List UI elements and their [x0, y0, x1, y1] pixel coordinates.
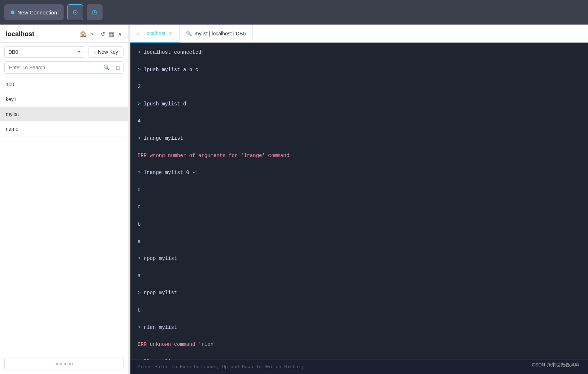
- icon-btn-1-symbol: ⊙: [73, 8, 78, 16]
- terminal-line: b: [138, 306, 581, 315]
- terminal-line: localhost connected!: [138, 48, 581, 57]
- terminal-area[interactable]: localhost connected!lpush mylist a b c3l…: [130, 43, 588, 360]
- collapse-icon[interactable]: ∧: [118, 31, 122, 38]
- refresh-icon[interactable]: ↺: [100, 31, 105, 38]
- new-key-button[interactable]: + New Key: [88, 46, 124, 58]
- watermark: CSDN @来世做春风嘛: [532, 362, 579, 368]
- search-bar: 🔍 □: [0, 61, 128, 77]
- tab-icon-mylist: 🔍: [186, 31, 192, 36]
- load-more-button[interactable]: load more: [4, 357, 124, 370]
- connection-dot: [11, 10, 14, 14]
- tab-label-localhost: localhost: [146, 30, 165, 36]
- icon-btn-2-symbol: ◷: [92, 8, 98, 16]
- terminal-line: 3: [138, 83, 581, 91]
- search-divider: [113, 65, 113, 70]
- terminal-line: b: [138, 220, 581, 229]
- icon-btn-2[interactable]: ◷: [87, 4, 103, 20]
- search-magnifier-icon[interactable]: 🔍: [102, 64, 112, 71]
- key-item-key1[interactable]: key1: [0, 92, 128, 107]
- terminal-line: ERR unknown command 'rlen': [138, 340, 581, 349]
- terminal-input-bar: Press Enter To Exec Commands, Up and Dow…: [130, 360, 588, 374]
- new-connection-button[interactable]: New Connection: [4, 4, 64, 20]
- tab-label-mylist: mylist | localhost | DB0: [195, 31, 246, 36]
- terminal-line: a: [138, 238, 581, 246]
- icon-btn-1[interactable]: ⊙: [67, 4, 83, 20]
- top-bar: New Connection ⊙ ◷: [0, 0, 588, 25]
- new-connection-label: New Connection: [17, 9, 57, 16]
- terminal-line: lrange mylist: [138, 134, 581, 143]
- search-filter-icon[interactable]: □: [115, 64, 121, 71]
- sidebar: localhost 🏠 >_ ↺ ▦ ∧ DB0 DB1 DB2 DB3 + N…: [0, 25, 128, 374]
- key-item-100[interactable]: 100: [0, 77, 128, 92]
- db-select[interactable]: DB0 DB1 DB2 DB3: [4, 46, 85, 58]
- sidebar-hostname: localhost: [6, 30, 34, 38]
- search-input-wrapper: 🔍 □: [4, 61, 124, 74]
- terminal-line: 4: [138, 117, 581, 126]
- main-layout: localhost 🏠 >_ ↺ ▦ ∧ DB0 DB1 DB2 DB3 + N…: [0, 25, 588, 374]
- terminal-line: rpop mylist: [138, 255, 581, 263]
- terminal-line: lpush mylist d: [138, 100, 581, 109]
- key-item-mylist[interactable]: mylist: [0, 107, 128, 122]
- key-item-name[interactable]: name: [0, 122, 128, 136]
- tab-close-localhost[interactable]: ×: [168, 31, 173, 36]
- terminal-line: d: [138, 186, 581, 195]
- right-panel: >_localhost×🔍mylist | localhost | DB0 lo…: [130, 25, 588, 374]
- terminal-line: rpop mylist: [138, 289, 581, 297]
- load-more-label: load more: [53, 361, 74, 366]
- search-input[interactable]: [5, 62, 102, 73]
- tab-icon-localhost: >_: [137, 31, 143, 36]
- terminal-input-hint: Press Enter To Exec Commands, Up and Dow…: [138, 364, 304, 370]
- terminal-line: ERR wrong number of arguments for 'lrang…: [138, 152, 581, 160]
- sidebar-header: localhost 🏠 >_ ↺ ▦ ∧: [0, 25, 128, 43]
- grid-icon[interactable]: ▦: [109, 31, 114, 38]
- terminal-line: rlen mylist: [138, 323, 581, 332]
- sidebar-icon-group: 🏠 >_ ↺ ▦ ∧: [79, 31, 122, 38]
- key-list: 100key1mylistname: [0, 77, 128, 353]
- tab-mylist[interactable]: 🔍mylist | localhost | DB0: [180, 25, 252, 42]
- tabs-bar: >_localhost×🔍mylist | localhost | DB0: [130, 25, 588, 43]
- tab-localhost[interactable]: >_localhost×: [130, 25, 180, 43]
- sidebar-controls: DB0 DB1 DB2 DB3 + New Key: [0, 43, 128, 61]
- terminal-icon[interactable]: >_: [90, 31, 97, 38]
- home-icon[interactable]: 🏠: [79, 31, 87, 38]
- new-key-label: + New Key: [94, 49, 118, 55]
- search-icons: 🔍 □: [102, 64, 123, 71]
- terminal-line: lrange mylist 0 -1: [138, 169, 581, 177]
- terminal-line: a: [138, 272, 581, 280]
- terminal-line: lpush mylist a b c: [138, 66, 581, 74]
- terminal-line: c: [138, 203, 581, 212]
